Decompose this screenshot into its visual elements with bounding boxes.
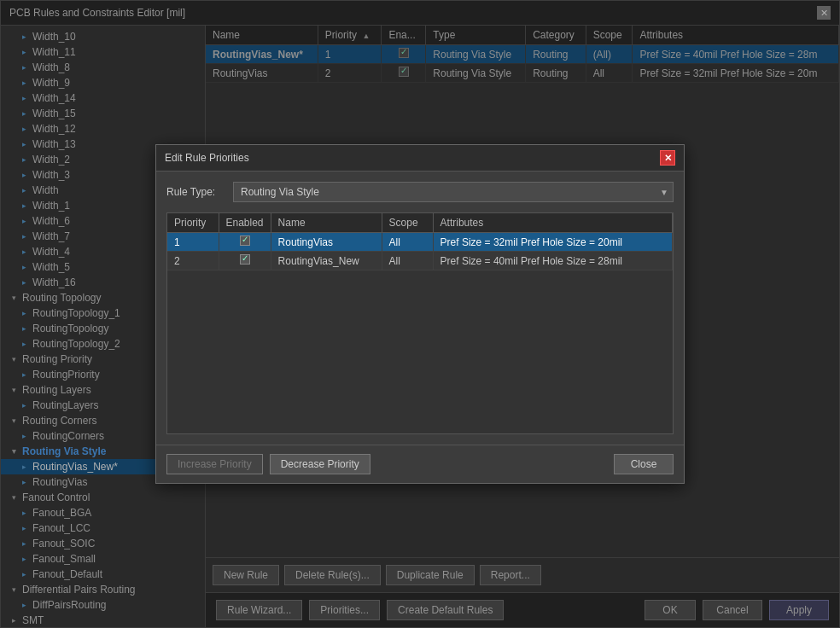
modal-cell-priority: 1 — [167, 233, 219, 252]
modal-cell-enabled — [219, 252, 271, 270]
modal-col-priority: Priority — [167, 213, 219, 233]
edit-rule-priorities-modal: Edit Rule Priorities ✕ Rule Type: Routin… — [155, 144, 685, 484]
main-window: PCB Rules and Constraints Editor [mil] ✕… — [0, 0, 840, 628]
modal-cell-priority: 2 — [167, 252, 219, 270]
rule-type-row: Rule Type: Routing Via StyleRouting Widt… — [166, 182, 674, 202]
modal-title-bar: Edit Rule Priorities ✕ — [156, 145, 684, 172]
modal-table-row[interactable]: 1RoutingViasAllPref Size = 32mil Pref Ho… — [167, 233, 673, 252]
modal-table-row[interactable]: 2RoutingVias_NewAllPref Size = 40mil Pre… — [167, 252, 673, 270]
modal-col-attributes: Attributes — [433, 213, 672, 233]
modal-checkbox-icon[interactable] — [240, 236, 250, 246]
modal-col-name: Name — [271, 213, 382, 233]
rule-type-select[interactable]: Routing Via StyleRouting WidthRouting To… — [233, 182, 674, 202]
close-modal-button[interactable]: Close — [614, 454, 674, 474]
decrease-priority-button[interactable]: Decrease Priority — [270, 454, 370, 474]
modal-cell-name: RoutingVias_New — [271, 252, 382, 270]
modal-cell-enabled — [219, 233, 271, 252]
modal-col-enabled: Enabled — [219, 213, 271, 233]
modal-close-button[interactable]: ✕ — [660, 150, 675, 166]
modal-footer-left: Increase Priority Decrease Priority — [166, 454, 370, 474]
modal-cell-name: RoutingVias — [271, 233, 382, 252]
modal-cell-attributes: Pref Size = 32mil Pref Hole Size = 20mil — [433, 233, 672, 252]
modal-checkbox-icon[interactable] — [240, 254, 250, 265]
modal-title: Edit Rule Priorities — [165, 152, 249, 164]
modal-col-scope: Scope — [382, 213, 433, 233]
modal-cell-attributes: Pref Size = 40mil Pref Hole Size = 28mil — [433, 252, 672, 270]
modal-overlay: Edit Rule Priorities ✕ Rule Type: Routin… — [0, 0, 840, 628]
modal-body: Rule Type: Routing Via StyleRouting Widt… — [156, 172, 684, 445]
rule-type-label: Rule Type: — [166, 186, 226, 198]
modal-cell-scope: All — [382, 252, 433, 270]
increase-priority-button[interactable]: Increase Priority — [166, 454, 263, 474]
modal-table-area: Priority Enabled Name Scope — [166, 212, 674, 434]
modal-footer: Increase Priority Decrease Priority Clos… — [156, 445, 684, 483]
modal-table: Priority Enabled Name Scope — [167, 213, 673, 270]
modal-cell-scope: All — [382, 233, 433, 252]
rule-type-select-wrapper: Routing Via StyleRouting WidthRouting To… — [233, 182, 674, 202]
